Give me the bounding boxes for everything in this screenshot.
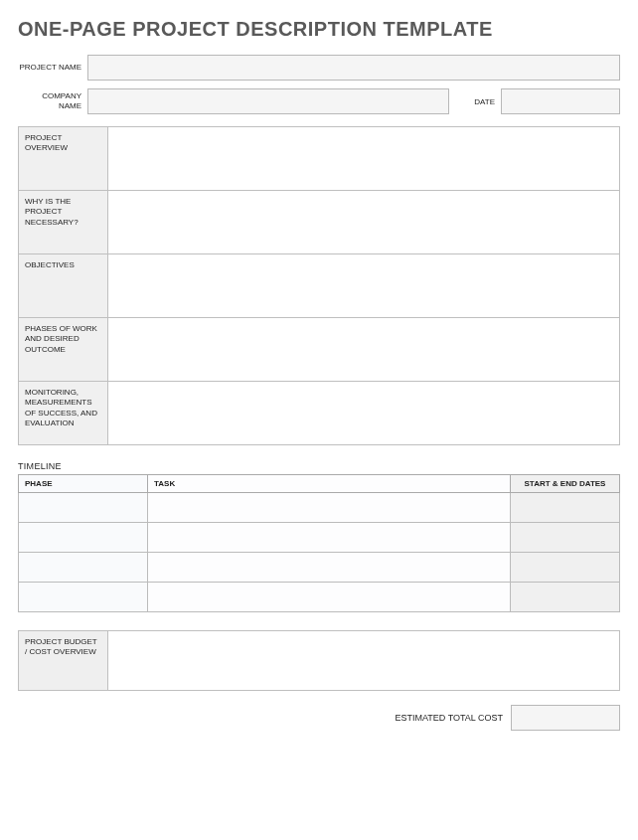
section-label: PHASES OF WORK AND DESIRED OUTCOME <box>19 318 108 382</box>
total-row: ESTIMATED TOTAL COST <box>18 705 620 731</box>
timeline-phase-cell[interactable] <box>19 583 148 612</box>
timeline-col-dates: START & END DATES <box>511 475 620 493</box>
section-value[interactable] <box>108 254 620 318</box>
timeline-row <box>19 523 620 553</box>
sections-table: PROJECT OVERVIEW WHY IS THE PROJECT NECE… <box>18 126 620 445</box>
timeline-col-task: TASK <box>148 475 511 493</box>
timeline-dates-cell[interactable] <box>511 523 620 553</box>
timeline-task-cell[interactable] <box>148 553 511 583</box>
section-row: OBJECTIVES <box>19 254 620 318</box>
section-value[interactable] <box>108 191 620 254</box>
date-label: DATE <box>461 97 501 106</box>
timeline-row <box>19 583 620 612</box>
section-row: PHASES OF WORK AND DESIRED OUTCOME <box>19 318 620 382</box>
company-date-row: COMPANY NAME DATE <box>18 88 620 114</box>
section-label: PROJECT OVERVIEW <box>19 127 108 191</box>
timeline-row <box>19 493 620 523</box>
section-row: WHY IS THE PROJECT NECESSARY? <box>19 191 620 254</box>
timeline-header-row: PHASE TASK START & END DATES <box>19 475 620 493</box>
timeline-phase-cell[interactable] <box>19 493 148 523</box>
budget-table: PROJECT BUDGET / COST OVERVIEW <box>18 630 620 691</box>
company-name-label: COMPANY NAME <box>18 91 87 110</box>
section-value[interactable] <box>108 382 620 445</box>
date-field[interactable] <box>501 88 620 114</box>
section-row: MONITORING, MEASUREMENTS OF SUCCESS, AND… <box>19 382 620 445</box>
section-label: MONITORING, MEASUREMENTS OF SUCCESS, AND… <box>19 382 108 445</box>
budget-row: PROJECT BUDGET / COST OVERVIEW <box>19 631 620 691</box>
budget-value[interactable] <box>108 631 620 691</box>
project-name-label: PROJECT NAME <box>18 63 87 73</box>
total-cost-field[interactable] <box>511 705 620 731</box>
timeline-dates-cell[interactable] <box>511 493 620 523</box>
project-name-field[interactable] <box>87 55 620 81</box>
total-cost-label: ESTIMATED TOTAL COST <box>395 713 503 723</box>
timeline-dates-cell[interactable] <box>511 583 620 612</box>
project-name-row: PROJECT NAME <box>18 55 620 81</box>
timeline-task-cell[interactable] <box>148 493 511 523</box>
timeline-task-cell[interactable] <box>148 523 511 553</box>
budget-label: PROJECT BUDGET / COST OVERVIEW <box>19 631 108 691</box>
timeline-row <box>19 553 620 583</box>
section-label: WHY IS THE PROJECT NECESSARY? <box>19 191 108 254</box>
section-value[interactable] <box>108 318 620 382</box>
section-row: PROJECT OVERVIEW <box>19 127 620 191</box>
timeline-phase-cell[interactable] <box>19 553 148 583</box>
timeline-task-cell[interactable] <box>148 583 511 612</box>
timeline-phase-cell[interactable] <box>19 523 148 553</box>
timeline-heading: TIMELINE <box>18 461 620 471</box>
section-label: OBJECTIVES <box>19 254 108 318</box>
section-value[interactable] <box>108 127 620 191</box>
company-name-field[interactable] <box>87 88 449 114</box>
timeline-dates-cell[interactable] <box>511 553 620 583</box>
page-title: ONE-PAGE PROJECT DESCRIPTION TEMPLATE <box>18 18 620 41</box>
timeline-table: PHASE TASK START & END DATES <box>18 474 620 612</box>
timeline-col-phase: PHASE <box>19 475 148 493</box>
